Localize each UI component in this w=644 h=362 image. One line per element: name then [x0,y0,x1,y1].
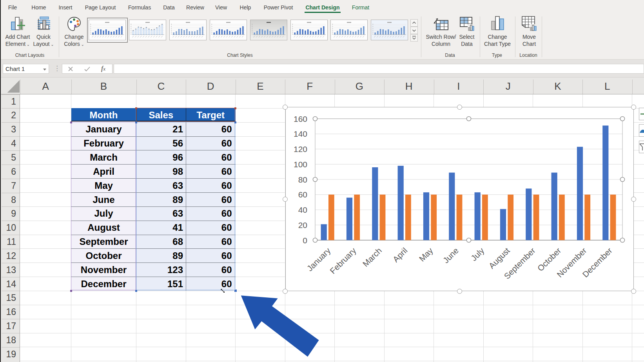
svg-text:March: March [361,246,384,269]
svg-text:20: 20 [298,221,307,230]
svg-text:0: 0 [303,236,307,245]
svg-text:100: 100 [294,160,307,169]
svg-text:140: 140 [294,129,307,138]
svg-text:June: June [441,246,460,265]
svg-text:160: 160 [294,114,307,123]
svg-text:August: August [487,246,512,270]
svg-text:60: 60 [298,190,307,199]
svg-text:May: May [417,246,435,263]
svg-text:80: 80 [298,175,307,184]
svg-text:July: July [469,246,486,262]
svg-text:120: 120 [294,145,307,154]
svg-text:April: April [391,246,409,264]
svg-text:40: 40 [298,205,307,214]
svg-text:February: February [328,246,358,275]
